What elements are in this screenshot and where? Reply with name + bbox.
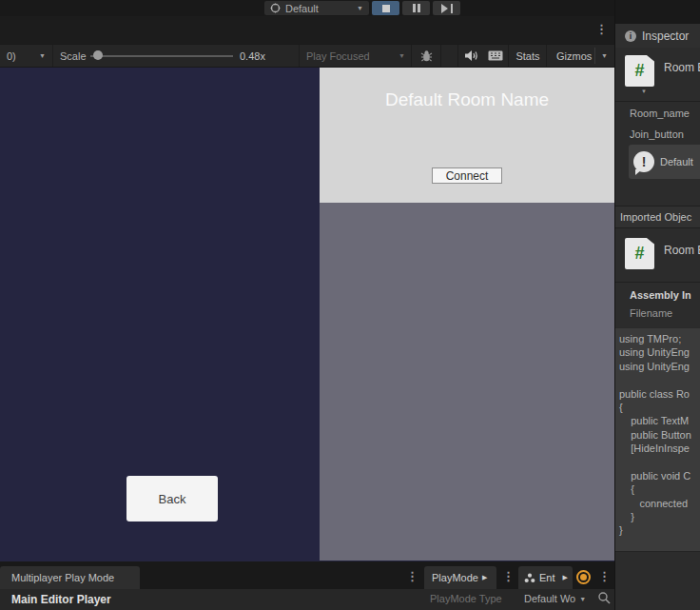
tab-multiplayer-play-mode[interactable]: Multiplayer Play Mode <box>0 566 140 589</box>
pause-icon <box>413 4 416 12</box>
script-asset-title: Room B <box>664 61 700 74</box>
filename-label: Filename <box>630 307 672 319</box>
back-button[interactable]: Back <box>126 476 218 521</box>
play-mode-dropdown-label: Default <box>281 3 357 14</box>
play-button[interactable] <box>372 1 399 15</box>
search-icon <box>597 591 611 604</box>
scale-slider[interactable] <box>90 54 233 57</box>
assembly-information-header: Assembly In <box>630 289 691 301</box>
room-name-label: Default Room Name <box>320 89 614 110</box>
chevron-down-icon: ▼ <box>357 5 363 11</box>
csharp-script-icon: # <box>625 238 654 269</box>
scale-value: 0.48x <box>240 45 265 67</box>
play-controls: Default ▼ <box>264 1 460 15</box>
playmode-type-label: PlayMode Type <box>430 593 502 604</box>
code-line: public void C <box>619 470 700 483</box>
room-list-panel <box>320 203 614 561</box>
debug-button[interactable] <box>412 45 440 67</box>
gizmos-dropdown[interactable]: Gizmos ▼ <box>548 45 614 67</box>
play-controls-bar: Default ▼ <box>0 0 700 16</box>
resolution-label: 0) <box>7 50 16 62</box>
connect-button[interactable]: Connect <box>432 167 502 184</box>
field-label-join-button: Join_button <box>630 128 684 140</box>
unity-editor-window: Default ▼ ⋮ 0) ▼ Scale <box>0 0 700 610</box>
code-line: [HideInInspe <box>619 443 700 456</box>
search-button[interactable] <box>597 591 611 606</box>
main-editor-player-label: Main Editor Player <box>11 593 111 606</box>
code-line <box>619 374 700 387</box>
world-dropdown-label: Default Wo <box>524 593 575 604</box>
play-mode-dropdown[interactable]: Default ▼ <box>264 1 369 15</box>
code-line: public TextM <box>619 415 700 428</box>
step-button[interactable] <box>433 1 460 15</box>
game-window-menu-icon[interactable]: ⋮ <box>595 22 608 36</box>
panel-menu-icon[interactable]: ⋮ <box>598 569 611 583</box>
speaker-icon <box>464 49 478 62</box>
code-line: public class Ro <box>619 388 700 402</box>
code-line: connected <box>619 498 700 511</box>
play-focused-label: Play Focused <box>306 50 370 62</box>
info-icon: i <box>625 30 636 42</box>
play-mode-target-icon <box>270 3 281 13</box>
chevron-down-icon: ▼ <box>579 596 586 602</box>
imported-object-header: Imported Objec <box>615 206 700 228</box>
console-warning-icon: ! <box>633 151 654 172</box>
bottom-dock: Multiplayer Play Mode ⋮ PlayMode ▶ ⋮ Ent… <box>0 563 614 610</box>
gizmos-label: Gizmos <box>556 50 592 62</box>
code-line: using TMPro; <box>619 333 700 346</box>
panel-menu-icon[interactable]: ⋮ <box>406 569 418 583</box>
resolution-dropdown[interactable]: 0) ▼ <box>0 45 53 67</box>
field-label-room-name: Room_name <box>630 108 690 119</box>
helpbox-text: Default <box>660 156 693 167</box>
chevron-down-icon: ▼ <box>399 52 405 59</box>
scale-slider-track <box>90 55 233 57</box>
tab-scroll-arrow-icon: ▶ <box>482 574 487 581</box>
record-toggle[interactable] <box>576 570 591 584</box>
tab-entities[interactable]: Ent ▶ <box>518 566 573 589</box>
chevron-down-icon[interactable]: ▼ <box>641 89 647 94</box>
tab-scroll-arrow-icon: ▶ <box>563 574 568 581</box>
inspector-tab-label: Inspector <box>642 30 689 43</box>
game-view: Default Room Name Connect Back <box>0 68 614 561</box>
tab-playmode-label: PlayMode <box>432 572 478 583</box>
game-window-header: ⋮ <box>0 16 614 44</box>
code-line: } <box>619 511 700 524</box>
scale-slider-thumb[interactable] <box>93 50 103 60</box>
pause-button[interactable] <box>402 1 430 15</box>
code-line: { <box>619 483 700 497</box>
step-icon <box>441 4 448 13</box>
tab-entities-label: Ent <box>539 572 555 583</box>
stop-square-icon <box>382 5 390 12</box>
code-line: using UnityEng <box>619 361 700 374</box>
bug-icon <box>419 49 434 63</box>
code-line: } <box>619 524 700 538</box>
inspector-panel: i Inspector # Room B ▼ Room_name Join_bu… <box>614 0 700 610</box>
chevron-down-icon: ▼ <box>601 52 608 59</box>
code-line: using UnityEng <box>619 346 700 360</box>
keyboard-icon <box>488 50 503 61</box>
keyboard-shortcuts-button[interactable] <box>483 45 508 67</box>
record-dot-icon <box>580 574 587 580</box>
code-line: { <box>619 402 700 415</box>
script-source-preview: using TMPro; using UnityEng using UnityE… <box>615 327 700 552</box>
scale-label: Scale <box>60 45 87 67</box>
tab-playmode[interactable]: PlayMode ▶ <box>424 566 496 589</box>
inspector-tab[interactable]: i Inspector <box>615 24 700 48</box>
mute-audio-button[interactable] <box>458 45 483 67</box>
default-references-helpbox: ! Default <box>629 145 700 179</box>
panel-menu-icon[interactable]: ⋮ <box>502 569 515 583</box>
world-dropdown[interactable]: Default Wo ▼ <box>524 593 586 604</box>
play-focused-dropdown[interactable]: Play Focused ▼ <box>306 45 413 67</box>
room-entry-card: Default Room Name Connect <box>320 68 614 203</box>
entities-icon <box>524 573 535 583</box>
code-line <box>619 457 700 470</box>
code-line: public Button <box>619 429 700 443</box>
chevron-down-icon: ▼ <box>39 52 46 59</box>
stats-button[interactable]: Stats <box>510 45 546 67</box>
game-view-toolbar: 0) ▼ Scale 0.48x Play Focused ▼ <box>0 44 614 68</box>
imported-script-title: Room B <box>664 244 700 257</box>
players-row: Main Editor Player <box>0 589 614 610</box>
csharp-script-icon: # <box>625 55 654 87</box>
